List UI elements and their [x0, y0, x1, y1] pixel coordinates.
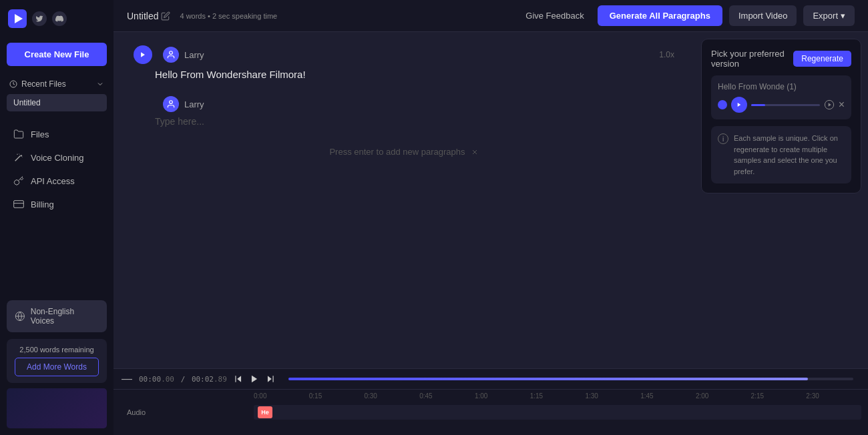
recent-files-header[interactable]: Recent Files — [7, 75, 107, 93]
sample-close-button[interactable]: × — [839, 99, 845, 111]
file-meta-text: 4 words • 2 sec speaking time — [180, 12, 277, 20]
audio-track-content[interactable]: He — [254, 405, 861, 420]
ruler-label-2:15: 2:15 — [751, 392, 807, 400]
sidebar-item-api-access[interactable]: API Access — [4, 169, 110, 192]
sidebar-item-files[interactable]: Files — [4, 123, 110, 145]
speed-icon[interactable] — [824, 99, 835, 110]
file-title-text: Untitled — [127, 11, 158, 21]
svg-marker-19 — [252, 376, 257, 383]
top-header: Untitled 4 words • 2 sec speaking time G… — [114, 0, 868, 32]
svg-marker-14 — [738, 103, 741, 107]
timeline-area: — 00:00.00 / 00:02.89 — [114, 368, 868, 435]
info-icon: i — [718, 133, 728, 144]
billing-label: Billing — [31, 199, 54, 209]
timeline-play-button[interactable] — [250, 374, 259, 384]
ruler-label-1:30: 1:30 — [585, 392, 640, 400]
paragraph-header-2: Larry — [134, 96, 674, 112]
ruler-label-1:00: 1:00 — [475, 392, 530, 400]
timeline-tracks: Audio He — [114, 402, 868, 422]
sample-play-button[interactable] — [731, 97, 747, 113]
audio-label-text: Audio — [127, 408, 146, 416]
sidebar-bottom: Non-English Voices 2,500 words remaining… — [0, 294, 114, 435]
paragraph-text[interactable]: Hello From Wondershare Filmora! — [155, 67, 674, 83]
audio-track-label: Audio — [120, 408, 254, 416]
sample-controls: × — [718, 97, 845, 113]
globe-icon — [15, 311, 25, 322]
paragraph-block-2: Larry Type here... — [134, 96, 674, 127]
twitter-icon[interactable] — [32, 11, 47, 26]
voice-avatar — [163, 47, 179, 63]
timeline-forward-button[interactable] — [266, 374, 275, 384]
give-feedback-button[interactable]: Give Feedback — [519, 7, 590, 25]
time-total: 00:02 — [192, 375, 214, 384]
stop-icon: — — [122, 373, 132, 385]
generate-all-paragraphs-button[interactable]: Generate All Paragraphs — [598, 5, 722, 26]
editor-area: Larry 1.0x Hello From Wondershare Filmor… — [114, 32, 868, 368]
close-hint-icon[interactable] — [471, 148, 479, 156]
non-english-label: Non-English Voices — [31, 307, 99, 326]
svg-rect-7 — [14, 201, 24, 208]
forward-icon — [266, 374, 275, 384]
play-icon — [140, 51, 146, 58]
logo-area — [0, 0, 114, 37]
regenerate-button[interactable]: Regenerate — [793, 51, 851, 67]
popover-title: Pick your preferred version — [711, 49, 793, 69]
export-button[interactable]: Export ▾ — [803, 5, 855, 26]
popover-header: Pick your preferred version Regenerate — [711, 49, 851, 69]
files-label: Files — [31, 129, 49, 139]
ruler-label-0:30: 0:30 — [364, 392, 419, 400]
main-content: Untitled 4 words • 2 sec speaking time G… — [114, 0, 868, 435]
ruler-label-1:15: 1:15 — [530, 392, 586, 400]
sample-title: Hello From Wonde (1) — [718, 82, 845, 91]
header-left: Untitled 4 words • 2 sec speaking time — [127, 11, 277, 21]
key-icon — [13, 175, 24, 186]
thumbnail-preview — [7, 388, 107, 428]
discord-icon[interactable] — [52, 11, 67, 26]
audio-block-label: He — [261, 409, 269, 416]
timeline-time-current: 00:00.00 / 00:02.89 — [139, 375, 227, 384]
sidebar: Create New File Recent Files Untitled — [0, 0, 114, 435]
ruler-label-1:45: 1:45 — [640, 392, 696, 400]
header-right: Give Feedback Generate All Paragraphs Im… — [519, 5, 855, 26]
import-video-button[interactable]: Import Video — [729, 5, 797, 26]
popover-info-text: Each sample is unique. Click on regenera… — [734, 133, 845, 177]
paragraph-header: Larry 1.0x — [134, 45, 674, 64]
sample-radio-button[interactable] — [718, 100, 727, 109]
press-enter-text: Press enter to add new paragraphs — [329, 147, 465, 157]
add-more-words-button[interactable]: Add More Words — [15, 358, 99, 376]
popover-sample: Hello From Wonde (1) — [711, 75, 851, 119]
version-picker-popover: Pick your preferred version Regenerate H… — [701, 39, 861, 193]
svg-marker-11 — [141, 52, 145, 57]
timeline-stop-button[interactable]: — — [122, 373, 132, 385]
playht-logo-icon — [8, 9, 27, 28]
edit-icon[interactable] — [161, 11, 170, 21]
press-enter-hint: Press enter to add new paragraphs — [134, 147, 674, 157]
time-ms-current: .00 — [161, 375, 174, 384]
timeline-play-icon — [250, 374, 259, 384]
popover-info: i Each sample is unique. Click on regene… — [711, 126, 851, 183]
timeline-rewind-button[interactable] — [234, 374, 243, 384]
svg-line-6 — [22, 157, 23, 157]
export-label: Export — [813, 11, 838, 21]
time-ms-total: .89 — [214, 375, 227, 384]
svg-marker-16 — [828, 103, 831, 106]
ruler-label-0:15: 0:15 — [309, 392, 365, 400]
sidebar-item-billing[interactable]: Billing — [4, 193, 110, 215]
timeline-progress-bar[interactable] — [288, 378, 853, 380]
sample-progress-bar[interactable] — [751, 104, 820, 106]
text-editor[interactable]: Larry 1.0x Hello From Wondershare Filmor… — [114, 32, 694, 368]
paragraph-play-button[interactable] — [134, 45, 152, 64]
type-here-placeholder[interactable]: Type here... — [155, 116, 674, 127]
api-access-label: API Access — [31, 176, 75, 186]
sample-progress-fill — [751, 104, 765, 106]
voice-cloning-label: Voice Cloning — [31, 153, 84, 163]
export-chevron-icon: ▾ — [841, 11, 845, 21]
recent-file-item[interactable]: Untitled — [7, 94, 107, 111]
non-english-voices-button[interactable]: Non-English Voices — [7, 300, 107, 332]
create-new-file-button[interactable]: Create New File — [7, 43, 107, 66]
timeline-ruler: 0:00 0:15 0:30 0:45 1:00 1:15 1:30 1:45 … — [114, 390, 868, 402]
clock-icon — [9, 80, 17, 88]
sidebar-navigation: Files Voice Cloning API Access — [0, 122, 114, 216]
sidebar-item-voice-cloning[interactable]: Voice Cloning — [4, 146, 110, 169]
user-icon-2 — [166, 99, 176, 109]
